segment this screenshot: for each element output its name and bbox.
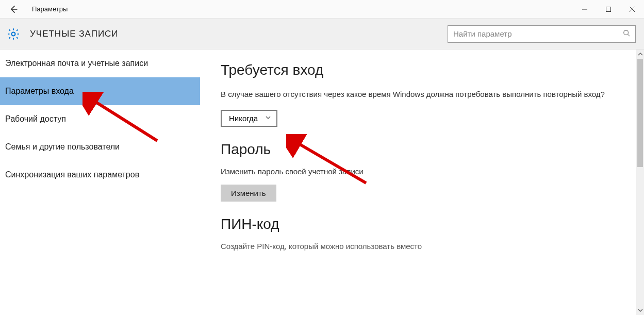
search-icon: [623, 29, 630, 38]
scroll-up-button[interactable]: [636, 49, 644, 59]
sidebar-item-signin-options[interactable]: Параметры входа: [0, 77, 200, 105]
svg-point-4: [12, 32, 15, 36]
chevron-down-icon: [265, 114, 271, 122]
minimize-button[interactable]: [573, 0, 597, 19]
text-signin-description: В случае вашего отсутствия через какое в…: [221, 89, 613, 101]
sidebar-item-work-access[interactable]: Рабочий доступ: [0, 105, 200, 133]
svg-line-6: [628, 35, 630, 37]
scroll-thumb[interactable]: [637, 59, 643, 167]
sidebar: Электронная почта и учетные записи Парам…: [0, 49, 200, 315]
dropdown-value: Никогда: [229, 114, 258, 123]
sidebar-item-sync-settings[interactable]: Синхронизация ваших параметров: [0, 161, 200, 189]
text-password-description: Изменить пароль своей учетной записи: [221, 166, 613, 178]
close-button[interactable]: [620, 0, 644, 19]
back-button[interactable]: [7, 3, 20, 15]
titlebar: Параметры: [0, 0, 644, 19]
signin-timeout-dropdown[interactable]: Никогда: [221, 110, 277, 127]
heading-signin-required: Требуется вход: [221, 62, 623, 78]
gear-icon: [6, 27, 21, 41]
scroll-down-button[interactable]: [636, 306, 644, 315]
vertical-scrollbar[interactable]: [636, 49, 644, 315]
section-title: УЧЕТНЫЕ ЗАПИСИ: [30, 29, 119, 39]
sidebar-item-family-users[interactable]: Семья и другие пользователи: [0, 133, 200, 161]
search-box[interactable]: [448, 25, 636, 43]
header: УЧЕТНЫЕ ЗАПИСИ: [0, 19, 644, 49]
change-password-button[interactable]: Изменить: [221, 185, 276, 202]
text-pin-cutoff: Создайте PIN-код, который можно использо…: [221, 242, 623, 251]
content-area: Требуется вход В случае вашего отсутстви…: [200, 49, 644, 315]
search-input[interactable]: [453, 29, 623, 38]
heading-pin: ПИН-код: [221, 216, 623, 233]
body-area: Электронная почта и учетные записи Парам…: [0, 49, 644, 315]
header-left: УЧЕТНЫЕ ЗАПИСИ: [6, 27, 119, 41]
sidebar-item-email-accounts[interactable]: Электронная почта и учетные записи: [0, 49, 200, 77]
svg-point-5: [624, 30, 629, 35]
app-title: Параметры: [32, 5, 68, 13]
maximize-button[interactable]: [597, 0, 620, 19]
window-controls: [573, 0, 644, 19]
heading-password: Пароль: [221, 141, 623, 158]
svg-rect-1: [606, 7, 611, 11]
titlebar-left: Параметры: [7, 3, 68, 15]
